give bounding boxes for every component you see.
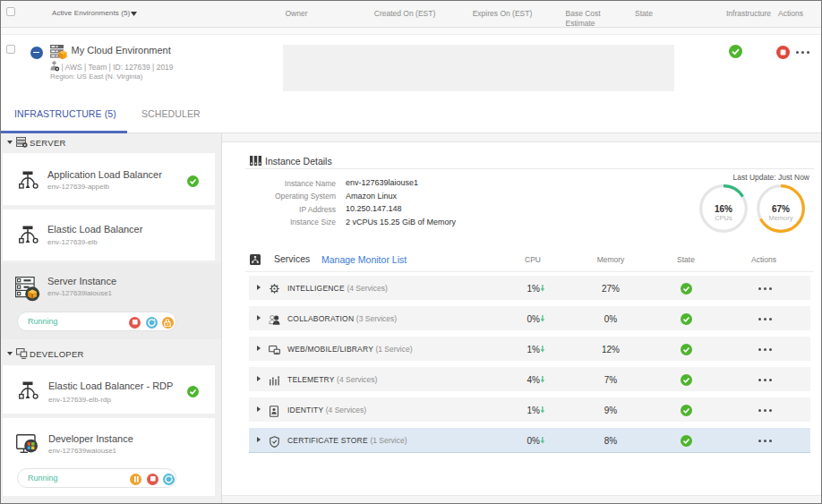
svg-text:67%: 67% bbox=[772, 204, 790, 214]
svg-text:16%: 16% bbox=[715, 204, 732, 214]
svg-text:CPUs: CPUs bbox=[715, 214, 732, 222]
svg-text:Memory: Memory bbox=[768, 214, 792, 222]
